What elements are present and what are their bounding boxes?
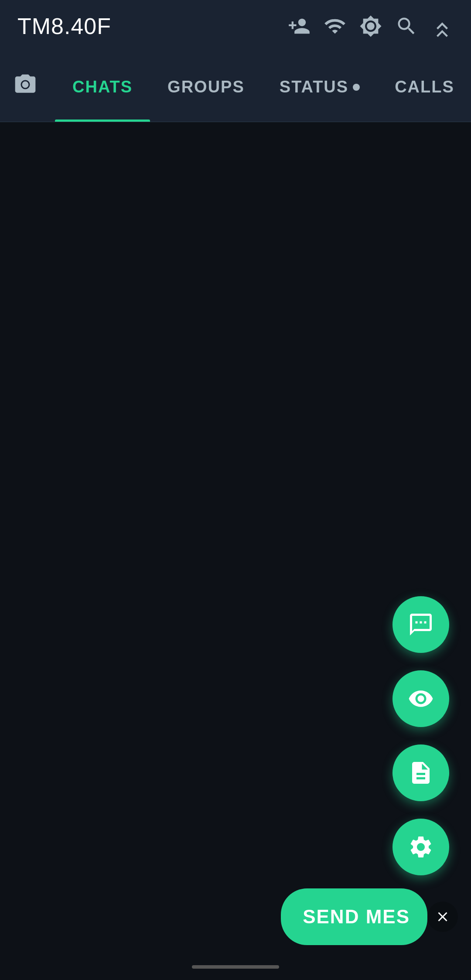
header: CHATS GROUPS STATUS CALLS [0, 52, 471, 122]
tab-status-content: STATUS [280, 78, 360, 96]
tab-calls-label: CALLS [395, 78, 454, 96]
send-message-label: SEND MES [303, 906, 410, 928]
tabs: CHATS GROUPS STATUS CALLS [55, 52, 471, 122]
status-bar-left: TM8.40F [17, 13, 111, 39]
tab-status[interactable]: STATUS [262, 52, 377, 122]
main-content: SEND MES [0, 122, 471, 954]
wifi-icon [324, 15, 346, 38]
tab-chats-label: CHATS [72, 78, 133, 96]
tab-calls[interactable]: CALLS [377, 52, 471, 122]
document-fab-button[interactable] [392, 744, 449, 801]
tab-groups[interactable]: GROUPS [150, 52, 262, 122]
search-icon[interactable] [395, 15, 418, 38]
send-message-container: SEND MES [281, 888, 458, 945]
status-time: TM8.40F [17, 13, 111, 39]
send-message-close-button[interactable] [427, 901, 458, 932]
fab-container [392, 596, 449, 875]
bottom-nav-indicator [192, 965, 279, 969]
bottom-nav [0, 954, 471, 980]
status-bar-icons [288, 15, 454, 38]
tab-chats[interactable]: CHATS [55, 52, 150, 122]
brightness-icon[interactable] [359, 15, 382, 38]
view-fab-button[interactable] [392, 670, 449, 727]
add-contact-icon[interactable] [288, 15, 311, 38]
send-message-button[interactable]: SEND MES [281, 888, 427, 945]
status-bar: TM8.40F [0, 0, 471, 52]
tab-status-label: STATUS [280, 78, 348, 96]
tab-groups-label: GROUPS [167, 78, 245, 96]
status-notification-dot [353, 84, 360, 91]
camera-icon[interactable] [9, 68, 42, 106]
overflow-icon[interactable] [431, 15, 454, 38]
message-fab-button[interactable] [392, 596, 449, 653]
settings-fab-button[interactable] [392, 819, 449, 875]
